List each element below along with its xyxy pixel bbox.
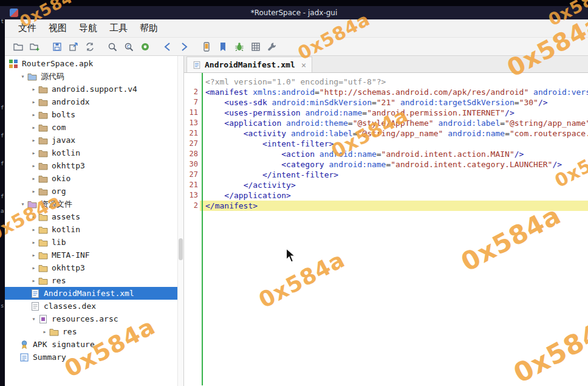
chevron-collapsed-icon[interactable]: ▸	[29, 111, 38, 118]
tree-item-assets[interactable]: ▸assets	[5, 210, 177, 223]
chevron-expanded-icon[interactable]: ▾	[18, 201, 27, 207]
debug-icon[interactable]	[232, 40, 247, 54]
forward-icon[interactable]	[177, 40, 191, 54]
back-icon[interactable]	[160, 40, 175, 54]
tree-item--[interactable]: ▾源代码	[5, 70, 177, 83]
menu-item-2[interactable]: 导航	[73, 21, 103, 36]
tree-item-okhttp3[interactable]: ▸okhttp3	[5, 159, 177, 172]
chevron-collapsed-icon[interactable]: ▸	[29, 239, 38, 246]
tree-item-bolts[interactable]: ▸bolts	[5, 108, 177, 121]
chevron-collapsed-icon[interactable]: ▸	[29, 252, 38, 258]
tree-item-meta-inf[interactable]: ▸META-INF	[5, 249, 177, 261]
code-editor[interactable]: <?xml version="1.0" encoding="utf-8"?>2<…	[184, 73, 588, 385]
chevron-expanded-icon[interactable]: ▾	[29, 315, 38, 322]
save-all-icon[interactable]	[50, 40, 64, 54]
code-text: <category android:name="android.intent.c…	[200, 159, 588, 170]
tree-item-apk-signature[interactable]: APK signature	[5, 338, 177, 351]
tree-item-label: com	[52, 123, 66, 132]
code-line-4[interactable]: 13 <application android:theme="@style/Ap…	[184, 118, 588, 128]
tree-item-summary[interactable]: Summary	[5, 351, 177, 364]
device-icon[interactable]	[199, 40, 214, 54]
tree-item-android.support.v4[interactable]: ▸android.support.v4	[5, 83, 177, 95]
code-line-2[interactable]: 7 <uses-sdk android:minSdkVersion="21" a…	[184, 97, 588, 108]
line-number: 27	[184, 139, 200, 149]
tree-item-lib[interactable]: ▸lib	[5, 236, 177, 249]
code-line-7[interactable]: 28 <action android:name="android.intent.…	[184, 149, 588, 159]
chevron-collapsed-icon[interactable]: ▸	[29, 124, 38, 131]
code-text: <?xml version="1.0" encoding="utf-8"?>	[200, 77, 588, 87]
grid-icon[interactable]	[248, 40, 263, 54]
tree-scrollbar[interactable]	[177, 56, 183, 386]
tree-item--[interactable]: ▾资源文件	[5, 198, 177, 210]
tree-item-kotlin[interactable]: ▸kotlin	[5, 146, 177, 159]
code-line-5[interactable]: 21 <activity android:label="@string/app_…	[184, 128, 588, 139]
tree-item-classes.dex[interactable]: classes.dex	[5, 300, 177, 312]
code-text: </activity>	[200, 180, 588, 190]
export-icon[interactable]	[66, 40, 81, 54]
code-line-10[interactable]: 21 </activity>	[184, 180, 588, 190]
chevron-collapsed-icon[interactable]: ▸	[40, 328, 49, 335]
tree-item-okhttp3[interactable]: ▸okhttp3	[5, 261, 177, 274]
tree-item-routerspace.apk[interactable]: RouterSpace.apk	[5, 57, 177, 70]
package-icon	[38, 174, 48, 184]
line-number: 11	[184, 108, 200, 118]
chevron-collapsed-icon[interactable]: ▸	[29, 98, 38, 105]
chevron-collapsed-icon[interactable]: ▸	[29, 264, 38, 271]
sync-icon[interactable]	[83, 40, 97, 54]
code-line-9[interactable]: 27 </intent-filter>	[184, 170, 588, 180]
package-icon	[38, 161, 48, 171]
preferences-icon[interactable]	[265, 40, 279, 54]
chevron-collapsed-icon[interactable]: ▸	[29, 188, 38, 195]
code-line-8[interactable]: 30 <category android:name="android.inten…	[184, 159, 588, 170]
text-search-icon[interactable]	[105, 40, 120, 54]
tree-item-okio[interactable]: ▸okio	[5, 172, 177, 185]
code-line-0[interactable]: <?xml version="1.0" encoding="utf-8"?>	[184, 77, 588, 87]
chevron-collapsed-icon[interactable]: ▸	[29, 137, 38, 143]
bookmark-icon[interactable]	[216, 40, 230, 54]
open-project-icon[interactable]	[27, 40, 42, 54]
tab-androidmanifest[interactable]: AndroidManifest.xml ×	[186, 57, 312, 72]
folder-icon	[38, 212, 48, 222]
class-search-icon[interactable]: C	[121, 40, 136, 54]
tree-item-javax[interactable]: ▸javax	[5, 134, 177, 146]
code-line-11[interactable]: 13 </application>	[184, 190, 588, 201]
chevron-collapsed-icon[interactable]: ▸	[29, 150, 38, 156]
chevron-collapsed-icon[interactable]: ▸	[29, 277, 38, 284]
tree-item-res[interactable]: ▸res	[5, 325, 177, 338]
editor-tabbar: AndroidManifest.xml ×	[184, 56, 588, 73]
code-line-6[interactable]: 27 <intent-filter>	[184, 139, 588, 149]
menu-item-3[interactable]: 工具	[103, 21, 134, 36]
code-line-12[interactable]: 2</manifest>	[184, 201, 588, 211]
tree-item-label: APK signature	[33, 340, 95, 349]
code-line-1[interactable]: 2<manifest xmlns:android="http://schemas…	[184, 87, 588, 97]
code-text: </application>	[200, 190, 588, 201]
open-folder-icon[interactable]	[11, 40, 26, 54]
tree-item-com[interactable]: ▸com	[5, 121, 177, 134]
tree-item-org[interactable]: ▸org	[5, 185, 177, 198]
menu-item-4[interactable]: 帮助	[134, 21, 164, 36]
chevron-collapsed-icon[interactable]: ▸	[29, 213, 38, 220]
chevron-collapsed-icon[interactable]: ▸	[29, 86, 38, 92]
chevron-collapsed-icon[interactable]: ▸	[29, 175, 38, 182]
folder-icon	[38, 250, 48, 260]
chevron-expanded-icon[interactable]: ▾	[18, 73, 27, 80]
toolbar: C	[5, 38, 588, 56]
code-line-3[interactable]: 11 <uses-permission android:name="androi…	[184, 108, 588, 118]
edge-letter: f	[1, 160, 4, 167]
tree-scrollbar-thumb[interactable]	[179, 238, 183, 260]
chevron-collapsed-icon[interactable]: ▸	[29, 226, 38, 233]
tree-item-androidx[interactable]: ▸androidx	[5, 95, 177, 108]
tree-item-androidmanifest.xml[interactable]: AndroidManifest.xml	[5, 287, 177, 300]
tree-item-kotlin[interactable]: ▸kotlin	[5, 223, 177, 236]
tree-item-label: okhttp3	[52, 263, 85, 272]
tree-item-res[interactable]: ▸res	[5, 274, 177, 287]
menu-item-0[interactable]: 文件	[12, 21, 43, 36]
tab-close-icon[interactable]: ×	[301, 60, 306, 70]
code-text: <manifest xmlns:android="http://schemas.…	[200, 87, 588, 97]
titlebar[interactable]: *RouterSpace - jadx-gui	[0, 6, 588, 19]
symbol-search-icon[interactable]	[138, 40, 152, 54]
line-number: 21	[184, 180, 200, 190]
tree-item-resources.arsc[interactable]: ▾resources.arsc	[5, 312, 177, 325]
chevron-collapsed-icon[interactable]: ▸	[29, 162, 38, 169]
menu-item-1[interactable]: 视图	[43, 21, 73, 36]
